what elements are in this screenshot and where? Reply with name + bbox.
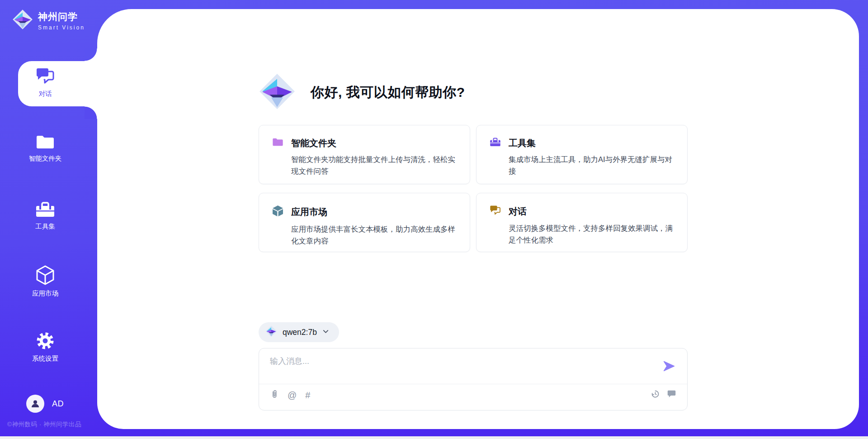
composer-tools-right [651,389,676,401]
at-icon: @ [288,390,297,400]
card-title: 应用市场 [291,206,327,218]
card-smart-folder[interactable]: 智能文件夹 智能文件夹功能支持批量文件上传与清洗，轻松实现文件问答 [259,125,470,184]
greeting: 你好, 我可以如何帮助你? [259,73,465,112]
sidebar-item-toolset[interactable]: 工具集 [18,200,72,231]
message-input[interactable] [270,356,654,379]
card-description: 应用市场提供丰富长文本模板，助力高效生成多样化文章内容 [291,223,459,247]
hash-icon: # [305,390,310,400]
sidebar-item-settings[interactable]: 系统设置 [18,330,72,363]
composer-divider [259,384,687,384]
sidebar-item-chat[interactable]: 对话 [18,67,72,98]
folder-icon [18,133,72,151]
folder-icon [272,137,284,149]
brand-diamond-icon [12,9,33,32]
send-button[interactable] [662,360,676,373]
chevron-down-icon [322,328,329,337]
card-title: 智能文件夹 [291,137,336,149]
card-description: 智能文件夹功能支持批量文件上传与清洗，轻松实现文件问答 [291,153,459,177]
toolbox-icon [18,200,72,219]
message-composer: @ # [259,348,688,410]
app-root: 神州问学 Smart Vision 对话 智能文件夹 [0,0,868,439]
sidebar-item-smart-folder[interactable]: 智能文件夹 [18,133,72,163]
copyright-text: ©神州数码 · 神州问学出品 [7,420,81,429]
brand-name: 神州问学 [38,10,85,23]
avatar [26,395,44,413]
brand-diamond-icon [259,73,296,112]
composer-tools-left: @ # [270,389,310,401]
card-head: 对话 [489,205,675,218]
mention-button[interactable]: @ [288,390,297,400]
brand-text: 神州问学 Smart Vision [38,10,85,31]
toolbox-icon [489,137,501,149]
card-head: 应用市场 [272,205,457,219]
main-panel: 你好, 我可以如何帮助你? 智能文件夹 智能文件夹功能支持批量文件上传与清洗，轻… [97,9,859,429]
card-title: 工具集 [509,137,536,149]
sidebar-item-label: 对话 [18,90,72,98]
horizontal-scrollbar[interactable] [0,436,868,439]
card-toolset[interactable]: 工具集 集成市场上主流工具，助力AI与外界无缝扩展与对接 [476,125,688,184]
sidebar: 神州问学 Smart Vision 对话 智能文件夹 [0,0,97,439]
user-profile[interactable]: AD [26,395,64,413]
attach-button[interactable] [270,389,279,401]
history-icon [651,389,660,401]
sidebar-item-app-market[interactable]: 应用市场 [18,264,72,298]
chat-icon [489,205,501,218]
card-description: 灵活切换多模型文件，支持多样回复效果调试，满足个性化需求 [509,222,677,246]
card-head: 工具集 [489,137,675,149]
gear-icon [18,330,72,351]
brand-subtitle: Smart Vision [38,24,85,31]
sidebar-item-label: 智能文件夹 [18,154,72,163]
card-app-market[interactable]: 应用市场 应用市场提供丰富长文本模板，助力高效生成多样化文章内容 [259,193,470,252]
chat-icon [18,67,72,86]
paperclip-icon [270,389,279,401]
cube-icon [18,264,72,286]
feature-cards: 智能文件夹 智能文件夹功能支持批量文件上传与清洗，轻松实现文件问答 [259,125,688,252]
card-title: 对话 [509,205,527,218]
sidebar-item-label: 系统设置 [18,354,72,363]
model-selector[interactable]: qwen2:7b [259,322,339,342]
conversation-button[interactable] [667,389,676,401]
history-button[interactable] [651,389,660,401]
model-name: qwen2:7b [283,328,317,337]
card-description: 集成市场上主流工具，助力AI与外界无缝扩展与对接 [509,153,677,177]
card-head: 智能文件夹 [272,137,457,149]
message-icon [667,389,676,401]
greeting-title: 你好, 我可以如何帮助你? [311,83,465,102]
brand-diamond-icon [265,325,277,339]
cube-icon [272,205,284,219]
brand: 神州问学 Smart Vision [12,9,85,32]
sidebar-item-label: 应用市场 [18,289,72,298]
card-chat[interactable]: 对话 灵活切换多模型文件，支持多样回复效果调试，满足个性化需求 [476,193,688,252]
user-initials: AD [52,399,64,409]
sidebar-item-label: 工具集 [18,222,72,231]
send-icon [663,367,675,374]
hashtag-button[interactable]: # [305,390,310,400]
